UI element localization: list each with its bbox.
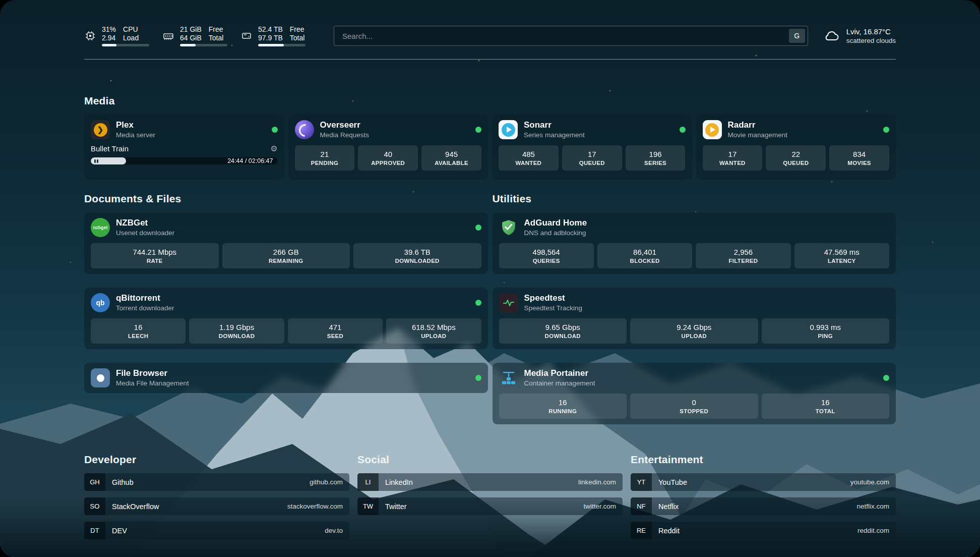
stat-upload: 9.24 GbpsUPLOAD — [630, 318, 758, 344]
topbar-divider — [84, 59, 896, 60]
bookmark-group-title-social: Social — [357, 454, 623, 466]
app-name-adguard: AdGuard Home — [524, 218, 587, 228]
app-subtitle-nzbget: Usenet downloader — [116, 229, 174, 237]
cpu-percent: 31% — [102, 25, 116, 33]
status-dot-portainer — [883, 375, 889, 381]
plex-playback-bar[interactable]: 24:44 / 02:06:47 — [91, 157, 278, 164]
portainer-icon — [499, 368, 518, 387]
sonarr-icon — [499, 120, 518, 139]
pause-icon[interactable] — [94, 159, 98, 163]
service-card-speedtest[interactable]: Speedtest Speedtest Tracking 9.65 GbpsDO… — [493, 288, 896, 349]
twitter-icon: TW — [357, 497, 379, 515]
status-dot-filebrowser — [475, 375, 481, 381]
plex-icon: ❯ — [91, 120, 110, 139]
section-documents-files: Documents & Files nzbget NZBGet Usenet d… — [84, 193, 488, 424]
bookmark-netflix[interactable]: NF Netflix netflix.com — [631, 497, 896, 515]
service-card-sonarr[interactable]: Sonarr Series management 485WANTED 17QUE… — [492, 115, 692, 180]
service-card-portainer[interactable]: Media Portainer Container management 16R… — [493, 363, 896, 424]
app-subtitle-sonarr: Series management — [524, 131, 585, 139]
service-card-overseerr[interactable]: Overseerr Media Requests 21PENDING 40APP… — [288, 115, 488, 180]
bookmark-group-entertainment: Entertainment YT YouTube youtube.com NF … — [631, 454, 896, 539]
service-card-radarr[interactable]: Radarr Movie management 17WANTED 22QUEUE… — [696, 115, 896, 180]
app-subtitle-filebrowser: Media File Management — [116, 379, 189, 387]
service-card-plex[interactable]: ❯ Plex Media server Bullet Train ⚙ — [84, 115, 284, 180]
stat-leech: 16LEECH — [91, 318, 186, 344]
disk-metric: 52.4 TB97.9 TB FreeTotal — [240, 25, 305, 46]
filebrowser-icon — [91, 368, 110, 387]
weather-location: Lviv, 16.87°C — [846, 27, 896, 36]
section-media: Media ❯ Plex Media server Bullet Train — [84, 95, 896, 180]
ram-label-2: Total — [209, 34, 224, 42]
disk-label-1: Free — [290, 25, 305, 33]
ram-metric: 21 GiB64 GiB FreeTotal — [162, 25, 227, 46]
bookmark-group-title-developer: Developer — [84, 454, 349, 466]
status-dot-nzbget — [475, 225, 481, 231]
stat-queued: 22QUEUED — [766, 145, 826, 171]
app-name-radarr: Radarr — [728, 120, 788, 130]
nzbget-icon: nzbget — [91, 218, 110, 237]
status-dot-qbittorrent — [475, 300, 481, 306]
app-name-filebrowser: File Browser — [116, 368, 189, 378]
stat-total: 16TOTAL — [762, 394, 890, 419]
stat-latency: 47.569 msLATENCY — [794, 243, 889, 268]
bookmark-reddit[interactable]: RE Reddit reddit.com — [631, 522, 896, 539]
stat-upload: 618.52 MbpsUPLOAD — [386, 318, 481, 344]
stat-wanted: 485WANTED — [499, 145, 559, 171]
speedtest-icon — [499, 293, 518, 312]
cpu-label-1: CPU — [123, 25, 139, 33]
bookmark-github[interactable]: GH Github github.com — [84, 473, 349, 491]
bookmark-stackoverflow[interactable]: SO StackOverflow stackoverflow.com — [84, 497, 349, 515]
app-name-overseerr: Overseerr — [320, 120, 370, 130]
plex-now-playing: Bullet Train — [91, 144, 129, 153]
stat-download: 9.65 GbpsDOWNLOAD — [499, 318, 627, 344]
dev-icon: DT — [84, 522, 105, 539]
disk-progress-bar — [258, 44, 305, 46]
dashboard-screen: 31%2.94 CPULoad 21 GiB64 GiB FreeTotal — [0, 0, 980, 557]
bookmark-linkedin[interactable]: LI LinkedIn linkedin.com — [357, 473, 623, 491]
stat-seed: 471SEED — [288, 318, 383, 344]
search-engine-button[interactable]: G — [789, 29, 805, 43]
stat-remaining: 266 GBREMAINING — [222, 243, 350, 268]
section-title-documents: Documents & Files — [84, 193, 488, 205]
bookmark-twitter[interactable]: TW Twitter twitter.com — [357, 497, 623, 515]
stat-pending: 21PENDING — [295, 145, 355, 171]
app-name-speedtest: Speedtest — [524, 293, 583, 303]
section-title-media: Media — [84, 95, 896, 107]
search-bar[interactable]: G — [334, 26, 808, 46]
stat-wanted: 17WANTED — [703, 145, 763, 171]
service-card-filebrowser[interactable]: File Browser Media File Management — [84, 363, 488, 393]
app-subtitle-portainer: Container management — [524, 379, 595, 387]
stat-movies: 834MOVIES — [829, 145, 889, 171]
weather-widget[interactable]: Lviv, 16.87°C scattered clouds — [823, 27, 896, 44]
bookmark-dev[interactable]: DT DEV dev.to — [84, 522, 349, 539]
adguard-icon — [499, 218, 518, 237]
stat-running: 16RUNNING — [499, 394, 627, 419]
stat-queued: 17QUEUED — [562, 145, 622, 171]
stat-stopped: 0STOPPED — [630, 394, 758, 419]
app-name-plex: Plex — [116, 120, 155, 130]
stat-download: 1.19 GbpsDOWNLOAD — [189, 318, 284, 344]
netflix-icon: NF — [631, 497, 652, 515]
radarr-icon — [703, 120, 722, 139]
app-subtitle-adguard: DNS and adblocking — [524, 229, 587, 237]
service-card-qbittorrent[interactable]: qb qBittorrent Torrent downloader 16LEEC… — [84, 288, 488, 349]
disk-free: 52.4 TB — [258, 25, 283, 33]
cpu-metric: 31%2.94 CPULoad — [84, 25, 149, 46]
topbar: 31%2.94 CPULoad 21 GiB64 GiB FreeTotal — [84, 0, 896, 50]
section-utilities: Utilities AdGuard Home DNS and — [493, 193, 896, 424]
app-subtitle-speedtest: Speedtest Tracking — [524, 304, 583, 312]
status-dot-radarr — [883, 127, 889, 133]
bookmark-group-title-entertainment: Entertainment — [631, 454, 896, 466]
stat-queries: 498,564QUERIES — [499, 243, 594, 268]
search-input[interactable] — [341, 31, 789, 41]
bookmark-group-social: Social LI LinkedIn linkedin.com TW Twitt… — [357, 454, 623, 539]
service-card-nzbget[interactable]: nzbget NZBGet Usenet downloader 744.21 M… — [84, 212, 488, 274]
bookmark-group-developer: Developer GH Github github.com SO StackO… — [84, 454, 349, 539]
app-subtitle-qbittorrent: Torrent downloader — [116, 304, 174, 312]
gear-icon[interactable]: ⚙ — [270, 145, 277, 153]
bookmark-youtube[interactable]: YT YouTube youtube.com — [631, 473, 896, 491]
disk-icon — [240, 30, 253, 42]
service-card-adguard[interactable]: AdGuard Home DNS and adblocking 498,564Q… — [493, 212, 896, 274]
app-subtitle-radarr: Movie management — [728, 131, 788, 139]
ram-progress-bar — [180, 44, 227, 46]
